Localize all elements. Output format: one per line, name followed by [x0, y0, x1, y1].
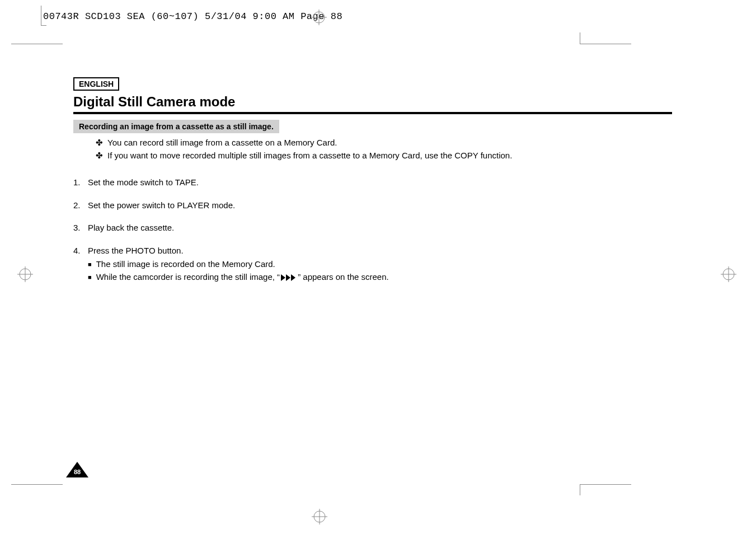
- step-number: 2.: [73, 199, 88, 212]
- page-number-badge: 88: [66, 462, 88, 477]
- registration-mark-icon: [17, 266, 33, 284]
- step-text: Set the mode switch to TAPE.: [88, 176, 199, 189]
- step-number: 1.: [73, 176, 88, 189]
- maltese-cross-icon: ✤: [96, 137, 103, 149]
- registration-mark-icon: [721, 266, 736, 284]
- bullet-text: If you want to move recorded multiple st…: [107, 149, 512, 162]
- title-rule: [73, 112, 672, 114]
- list-item: ✤ If you want to move recorded multiple …: [96, 149, 672, 162]
- square-bullet-icon: ■: [88, 260, 92, 269]
- trim-mark-bottom-left: [11, 484, 63, 485]
- chapter-title: Digital Still Camera mode: [73, 94, 672, 110]
- step-text: Set the power switch to PLAYER mode.: [88, 199, 235, 212]
- trim-mark-top-right: [580, 44, 631, 44]
- svg-marker-4: [286, 274, 290, 281]
- page-content: ENGLISH Digital Still Camera mode Record…: [73, 77, 672, 283]
- square-bullet-icon: ■: [88, 273, 92, 282]
- list-item: ■ While the camcorder is recording the s…: [88, 271, 672, 284]
- sub-bullet-text: While the camcorder is recording the sti…: [96, 271, 389, 284]
- registration-mark-icon: [311, 10, 327, 27]
- registration-mark-icon: [312, 509, 327, 527]
- page-number: 88: [66, 469, 88, 475]
- bullet-text: You can record still image from a casset…: [107, 137, 337, 149]
- sub-bullet-text: The still image is recorded on the Memor…: [96, 258, 275, 271]
- step-number: 4.: [73, 245, 88, 257]
- maltese-cross-icon: ✤: [96, 149, 103, 162]
- list-item: 2. Set the power switch to PLAYER mode.: [73, 199, 672, 212]
- trim-mark-bottom-right: [580, 484, 631, 485]
- step-text: Play back the cassette.: [88, 222, 174, 235]
- list-item: ■ The still image is recorded on the Mem…: [88, 258, 672, 271]
- language-label: ENGLISH: [73, 77, 119, 91]
- step-text: Press the PHOTO button.: [88, 245, 184, 257]
- svg-marker-3: [281, 274, 285, 281]
- svg-marker-5: [291, 274, 295, 281]
- intro-bullet-list: ✤ You can record still image from a cass…: [96, 137, 672, 162]
- list-item: ✤ You can record still image from a cass…: [96, 137, 672, 149]
- sub-bullet-list: ■ The still image is recorded on the Mem…: [88, 258, 672, 283]
- trim-mark-top-left: [11, 44, 63, 44]
- list-item: 3. Play back the cassette.: [73, 222, 672, 235]
- list-item: 1. Set the mode switch to TAPE.: [73, 176, 672, 189]
- section-title: Recording an image from a cassette as a …: [73, 120, 279, 133]
- step-number: 3.: [73, 222, 88, 235]
- list-item: 4. Press the PHOTO button. ■ The still i…: [73, 245, 672, 284]
- print-job-header: 00743R SCD103 SEA (60~107) 5/31/04 9:00 …: [43, 11, 342, 22]
- numbered-steps: 1. Set the mode switch to TAPE. 2. Set t…: [73, 176, 672, 283]
- fast-forward-icon: [281, 274, 297, 281]
